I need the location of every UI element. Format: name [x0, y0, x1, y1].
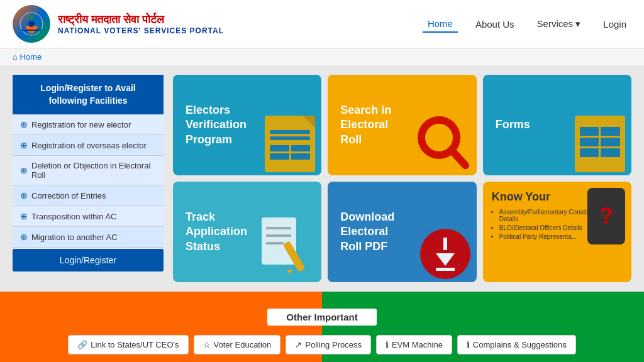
star-icon: ☆: [203, 340, 211, 349]
card-know[interactable]: Know Your Assembly/Parliamentary Constit…: [483, 182, 631, 282]
track-icon: [258, 214, 315, 279]
phone-icon: ?: [587, 188, 625, 244]
nav-home[interactable]: Home: [423, 16, 458, 33]
card-search-label: Search in Electoral Roll: [340, 103, 408, 147]
sidebar-item-overseas[interactable]: Registration of overseas elector: [13, 135, 164, 156]
comment-icon: ℹ: [467, 340, 470, 349]
card-download-label: Download Electoral Roll PDF: [340, 210, 408, 254]
card-forms[interactable]: Forms: [483, 75, 631, 175]
sidebar: Login/Register to Avail following Facili…: [13, 75, 164, 282]
login-register-button[interactable]: Login/Register: [13, 249, 164, 272]
card-forms-label: Forms: [496, 118, 530, 132]
sidebar-item-deletion[interactable]: Deletion or Objection in Electoral Roll: [13, 156, 164, 185]
evp-icon: [265, 116, 315, 172]
logo-hindi: राष्ट्रीय मतदाता सेवा पोर्टल: [58, 13, 224, 26]
promo-title: Other Important: [267, 309, 376, 326]
promo-section: Other Important 🔗 Link to States/UT CEO'…: [0, 292, 644, 362]
logo-text: राष्ट्रीय मतदाता सेवा पोर्टल NATIONAL VO…: [58, 13, 224, 35]
search-icon: [414, 114, 470, 172]
btn-evm-machine[interactable]: ℹ EVM Machine: [376, 335, 452, 354]
info-icon: ℹ: [386, 340, 389, 349]
btn-complains[interactable]: ℹ Complains & Suggestions: [457, 335, 576, 354]
card-track[interactable]: Track Application Status: [173, 182, 321, 282]
svg-point-1: [28, 21, 35, 27]
sidebar-item-new-elector[interactable]: Registration for new elector: [13, 114, 164, 135]
svg-marker-10: [287, 270, 293, 274]
logo-icon: [13, 5, 50, 43]
download-icon: [420, 229, 470, 279]
forms-icon: [575, 116, 625, 172]
card-evp-label: Electors Verification Program: [186, 103, 253, 147]
btn-link-states[interactable]: 🔗 Link to States/UT CEO's: [68, 335, 188, 354]
card-evp[interactable]: Electors Verification Program: [173, 75, 321, 175]
cards-grid: Electors Verification Program Search in …: [173, 75, 631, 282]
card-know-label: Know Your: [492, 190, 550, 204]
sidebar-item-transposition[interactable]: Transposition within AC: [13, 206, 164, 227]
breadcrumb-home[interactable]: Home: [19, 52, 42, 62]
header: राष्ट्रीय मतदाता सेवा पोर्टल NATIONAL VO…: [0, 0, 644, 48]
nav: Home About Us Services Login: [423, 16, 631, 33]
nav-login[interactable]: Login: [598, 16, 631, 32]
main-content: Login/Register to Avail following Facili…: [0, 65, 644, 292]
breadcrumb: Home: [0, 48, 644, 65]
export-icon: ↗: [295, 340, 302, 349]
svg-line-4: [452, 150, 465, 165]
nav-about[interactable]: About Us: [470, 16, 519, 32]
sidebar-header: Login/Register to Avail following Facili…: [13, 75, 164, 114]
sidebar-item-migration[interactable]: Migration to another AC: [13, 227, 164, 248]
card-search[interactable]: Search in Electoral Roll: [328, 75, 476, 175]
card-track-label: Track Application Status: [186, 210, 253, 254]
nav-services[interactable]: Services: [532, 16, 586, 32]
logo-area: राष्ट्रीय मतदाता सेवा पोर्टल NATIONAL VO…: [13, 5, 224, 43]
btn-voter-education[interactable]: ☆ Voter Education: [194, 335, 281, 354]
logo-english: NATIONAL VOTERS' SERVICES PORTAL: [58, 26, 224, 35]
promo-buttons: 🔗 Link to States/UT CEO's ☆ Voter Educat…: [68, 335, 575, 354]
link-icon: 🔗: [77, 340, 87, 349]
sidebar-item-correction[interactable]: Correction of Entries: [13, 185, 164, 206]
card-download[interactable]: Download Electoral Roll PDF: [328, 182, 476, 282]
btn-polling-process[interactable]: ↗ Polling Process: [286, 335, 371, 354]
